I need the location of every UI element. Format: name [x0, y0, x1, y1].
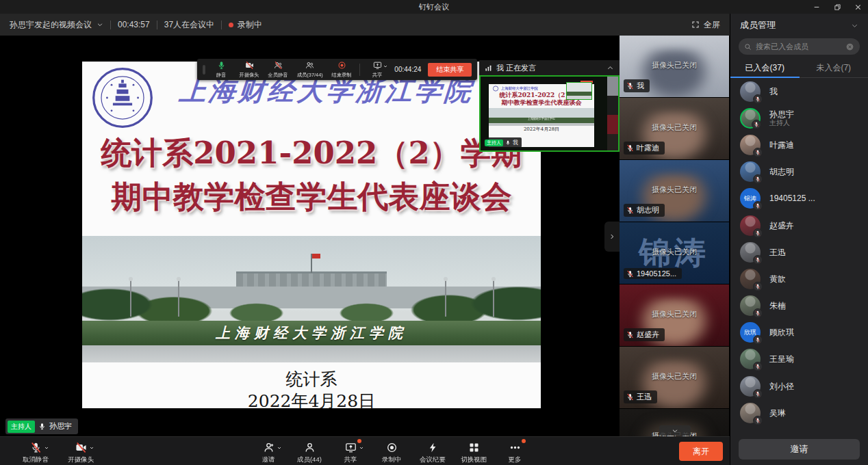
close-button[interactable]	[847, 0, 868, 14]
mic-muted-icon	[755, 310, 761, 316]
mic-muted-icon	[755, 176, 761, 182]
member-row[interactable]: 胡志明	[730, 159, 868, 185]
muted-mic-icon	[753, 94, 763, 104]
fullscreen-button[interactable]: 全屏	[691, 19, 720, 31]
member-name: 朱楠	[769, 301, 786, 310]
chevron-down-icon	[671, 427, 679, 434]
share-button[interactable]: 共享	[331, 440, 370, 464]
members-panel-header: 成员管理	[730, 14, 868, 37]
mute-all-button[interactable]: 全员静音	[267, 61, 289, 79]
self-preview-window[interactable]: 我 正在发言 上海财经大学浙江学院 统计系2021-2022（2）学期 期中教学…	[479, 60, 620, 152]
member-row[interactable]: 孙思宇主持人	[730, 105, 868, 131]
member-name: 我	[769, 87, 778, 96]
member-search-box	[739, 38, 860, 55]
muted-mic-icon	[753, 308, 763, 318]
muted-mic-icon	[753, 416, 763, 425]
slide-title-line1: 统计系2021-2022（2）学期	[82, 133, 541, 174]
switch-view-button[interactable]: 切换视图	[455, 440, 493, 464]
cancel-mute-button[interactable]: 取消静音	[16, 440, 55, 464]
member-name: 赵盛卉	[769, 221, 794, 230]
members-button[interactable]: 成员(44)	[290, 440, 329, 464]
minutes-button[interactable]: 会议纪要	[413, 440, 452, 464]
mic-muted-icon	[626, 207, 634, 214]
member-row[interactable]: 黄歆	[730, 265, 868, 292]
campus-trees	[82, 271, 541, 325]
member-row[interactable]: 吴琳	[730, 399, 868, 426]
restore-button[interactable]	[827, 0, 847, 14]
university-seal-icon	[90, 66, 155, 130]
meeting-title: 孙思宇发起的视频会议	[10, 19, 92, 31]
members-panel-title: 成员管理	[740, 19, 776, 31]
tile-name: 我	[637, 81, 644, 91]
member-row[interactable]: 欣琪顾欣琪	[730, 319, 868, 346]
member-row[interactable]: 叶露迪	[730, 131, 868, 158]
avatar: 锦涛	[740, 188, 761, 209]
button-label: 共享	[372, 71, 383, 78]
open-camera-button[interactable]: 开摄像头	[62, 440, 100, 464]
collapse-video-strip-button[interactable]	[604, 222, 620, 252]
member-row[interactable]: 我	[730, 78, 868, 105]
member-row[interactable]: 锦涛19405125 ...	[730, 185, 868, 212]
speaker-pill: 主持人 孙思宇	[5, 418, 78, 434]
member-name: 顾欣琪	[769, 328, 794, 337]
search-icon	[744, 43, 752, 51]
invite-button[interactable]: 邀请	[739, 439, 860, 460]
member-row[interactable]: 朱楠	[730, 293, 868, 319]
member-row[interactable]: 赵盛卉	[730, 212, 868, 239]
chevron-up-icon[interactable]	[607, 64, 614, 72]
people-muted-icon	[274, 61, 283, 70]
caret-down-icon	[383, 64, 388, 69]
stop-record-button[interactable]: 结束录制	[331, 61, 353, 79]
recording-button[interactable]: 录制中	[372, 440, 411, 464]
button-label: 静音	[216, 71, 227, 78]
tile-name: 赵盛卉	[637, 330, 659, 340]
member-info: 叶露迪	[769, 140, 794, 150]
minimize-button[interactable]	[806, 0, 827, 14]
invite-button[interactable]: 邀请	[249, 440, 288, 464]
video-tile[interactable]: 摄像头已关闭胡志明	[620, 160, 729, 222]
scroll-down-button[interactable]	[659, 425, 691, 436]
member-info: 吴琳	[769, 408, 786, 418]
member-name: 19405125 ...	[769, 194, 815, 203]
video-tile[interactable]: 摄像头已关闭赵盛卉	[620, 284, 729, 347]
member-row[interactable]: 王迅	[730, 239, 868, 265]
button-label: 邀请	[262, 455, 275, 464]
member-search-input[interactable]	[756, 42, 841, 51]
drag-handle[interactable]	[203, 65, 205, 75]
member-name: 吴琳	[769, 408, 786, 418]
stop-share-button[interactable]: 结束共享	[428, 63, 472, 77]
member-name: 孙思宇	[769, 109, 794, 119]
button-label: 共享	[344, 455, 357, 464]
people-icon	[305, 61, 314, 70]
camera-off-label: 摄像头已关闭	[620, 185, 729, 195]
member-name: 黄歆	[769, 274, 786, 284]
meeting-title-dropdown[interactable]: 孙思宇发起的视频会议	[10, 19, 103, 31]
mic-muted-icon	[626, 144, 634, 152]
members-button[interactable]: 成员(37/44)	[296, 61, 324, 79]
camera-off-label: 摄像头已关闭	[620, 247, 729, 257]
chevron-down-icon[interactable]	[851, 22, 858, 29]
member-row[interactable]: 刘小径	[730, 373, 868, 399]
mute-button[interactable]: 静音	[211, 61, 231, 79]
more-button[interactable]: 更多	[496, 440, 534, 464]
video-tile[interactable]: 摄像头已关闭王迅	[620, 347, 729, 409]
leave-button[interactable]: 离开	[679, 442, 723, 461]
member-row[interactable]: 王呈瑜	[730, 346, 868, 373]
avatar	[740, 81, 761, 102]
share-button[interactable]: 共享	[367, 61, 387, 79]
avatar	[740, 108, 761, 129]
tile-name-label: 赵盛卉	[624, 328, 665, 341]
fullscreen-label: 全屏	[704, 19, 720, 31]
mic-muted-icon	[755, 284, 761, 289]
open-camera-button[interactable]: 开摄像头	[238, 61, 260, 79]
tile-name: 王迅	[637, 392, 652, 402]
clear-search-icon[interactable]	[845, 42, 854, 51]
mic-muted-icon	[626, 82, 634, 90]
tab-not-joined[interactable]: 未入会(7)	[800, 59, 868, 77]
video-tile[interactable]: 摄像头已关闭叶露迪	[620, 98, 729, 160]
video-tile[interactable]: 锦涛摄像头已关闭19405125...	[620, 222, 729, 284]
muted-mic-icon	[753, 255, 763, 265]
video-tile[interactable]: 摄像头已关闭我	[620, 36, 729, 98]
meeting-timer: 00:43:57	[118, 20, 150, 29]
tab-joined[interactable]: 已入会(37)	[730, 59, 800, 77]
